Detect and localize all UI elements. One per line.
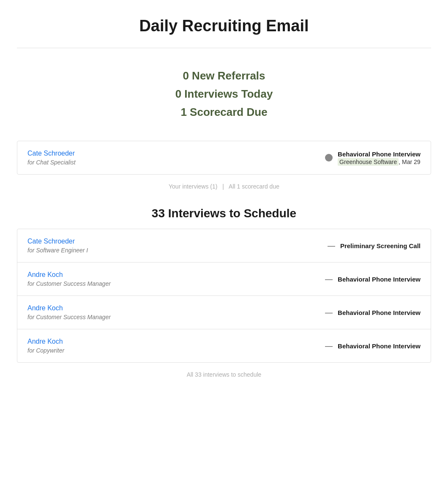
schedule-candidate-info: Andre Koch for Customer Success Manager [27,304,111,320]
dash-icon: — [328,241,335,250]
scorecard-interview-info: Behavioral Phone Interview Greenhouse So… [325,150,421,165]
status-dot-icon [325,154,333,161]
scorecard-card: Cate Schroeder for Chat Specialist Behav… [17,141,431,175]
schedule-interview-type-info: — Behavioral Phone Interview [325,342,421,350]
schedule-candidate-role: for Customer Success Manager [27,280,111,287]
interview-row: Cate Schroeder for Software Engineer I —… [17,229,431,263]
scorecard-interview-details: Behavioral Phone Interview Greenhouse So… [338,150,421,165]
footer-separator: | [222,183,224,190]
scorecard-candidate-role: for Chat Specialist [27,159,76,166]
schedule-section-title: 33 Interviews to Schedule [17,207,431,220]
schedule-candidate-name[interactable]: Cate Schroeder [27,238,88,245]
interview-row: Andre Koch for Customer Success Manager … [17,296,431,329]
schedule-candidate-role: for Copywriter [27,347,64,354]
page-title: Daily Recruiting Email [17,17,431,35]
scorecard-due-stat: 1 Scorecard Due [17,106,431,119]
schedule-candidate-info: Andre Koch for Customer Success Manager [27,271,111,287]
scorecard-company: Greenhouse Software [338,158,399,166]
all-scorecards-link[interactable]: All 1 scorecard due [229,183,279,190]
interviews-today-stat: 0 Interviews Today [17,88,431,101]
interview-row: Andre Koch for Customer Success Manager … [17,263,431,296]
header-divider [17,48,431,48]
schedule-candidate-info: Cate Schroeder for Software Engineer I [27,238,88,254]
schedule-interview-type-info: — Preliminary Screening Call [328,241,421,250]
schedule-interview-type: Behavioral Phone Interview [338,276,421,283]
page-container: Daily Recruiting Email 0 New Referrals 0… [0,0,448,378]
page-header: Daily Recruiting Email [17,0,431,48]
schedule-candidate-name[interactable]: Andre Koch [27,338,64,345]
scorecard-interview-meta: Greenhouse Software, Mar 29 [338,159,421,165]
referrals-stat: 0 New Referrals [17,69,431,82]
dash-icon: — [325,308,333,317]
scorecard-footer: Your interviews (1) | All 1 scorecard du… [17,183,431,190]
interview-row: Andre Koch for Copywriter — Behavioral P… [17,329,431,362]
stats-section: 0 New Referrals 0 Interviews Today 1 Sco… [17,61,431,132]
schedule-interview-type-info: — Behavioral Phone Interview [325,275,421,284]
scorecard-interview-title: Behavioral Phone Interview [338,150,421,158]
dash-icon: — [325,342,333,350]
scorecard-date: Mar 29 [402,159,421,165]
schedule-candidate-name[interactable]: Andre Koch [27,271,111,279]
dash-icon: — [325,275,333,284]
scorecard-candidate-info: Cate Schroeder for Chat Specialist [27,150,76,166]
schedule-candidate-role: for Customer Success Manager [27,314,111,320]
schedule-interview-type: Preliminary Screening Call [340,242,421,249]
scorecard-candidate-name[interactable]: Cate Schroeder [27,150,76,157]
schedule-candidate-info: Andre Koch for Copywriter [27,338,64,354]
schedule-interview-type: Behavioral Phone Interview [338,342,421,350]
schedule-candidate-role: for Software Engineer I [27,247,88,254]
your-interviews-link[interactable]: Your interviews (1) [169,183,217,190]
schedule-interview-type-info: — Behavioral Phone Interview [325,308,421,317]
schedule-interview-type: Behavioral Phone Interview [338,309,421,316]
all-interviews-footer: All 33 interviews to schedule [17,371,431,378]
interviews-list: Cate Schroeder for Software Engineer I —… [17,229,431,363]
schedule-candidate-name[interactable]: Andre Koch [27,304,111,312]
